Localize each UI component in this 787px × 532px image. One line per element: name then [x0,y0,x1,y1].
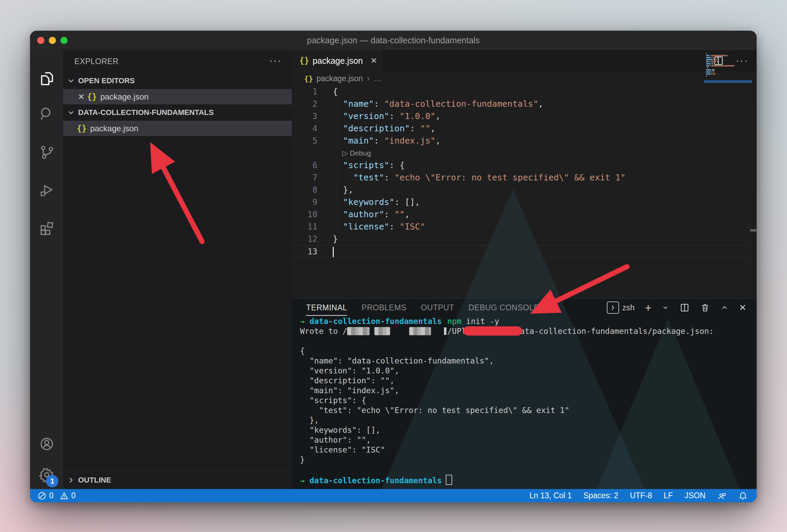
warning-triangle-icon [60,491,69,500]
editor-scrollbar[interactable] [749,86,757,298]
activity-bar-search-icon[interactable] [30,99,63,129]
tab-close-icon[interactable]: ✕ [370,56,377,65]
terminal-dropdown-chevron-icon[interactable] [662,304,669,311]
line-number: 6 [292,159,317,172]
minimap[interactable] [706,53,748,79]
text-cursor [333,247,334,257]
code-line: 4 "description": "", [292,122,750,135]
terminal-cursor [446,475,452,485]
desktop-background: package.json — data-collection-fundament… [0,0,787,532]
feedback-icon[interactable] [717,491,727,501]
line-number: 10 [292,208,317,221]
activity-bar-source-control-icon[interactable] [30,137,63,167]
code-line: 9 "keywords": [], [292,196,750,208]
encoding-status[interactable]: UTF-8 [630,491,652,500]
line-number: 5 [292,135,317,147]
line-number: 9 [292,196,317,208]
error-circle-slash-icon [38,491,46,500]
activity-bar-settings-gear-icon[interactable]: 1 [30,459,63,490]
redacted-block [347,327,370,335]
breadcrumb[interactable]: {} package.json › … [292,71,757,86]
activity-bar-explorer-icon[interactable] [30,63,63,94]
terminal-line: "license": "ISC" [300,445,753,455]
terminal-line: "author": "", [300,435,753,445]
panel-tab-problems[interactable]: PROBLEMS [361,299,406,316]
code-line: 13 [292,245,750,258]
terminal-output[interactable]: → data-collection-fundamentalsnpm init -… [300,316,753,489]
panel-tab-terminal[interactable]: TERMINAL [306,299,347,316]
editor-group: {} package.json ✕ ··· {} package.json › … [292,50,757,298]
close-panel-icon[interactable]: ✕ [739,302,746,313]
outline-section-header[interactable]: OUTLINE [63,471,292,489]
json-file-icon: {} [299,56,309,65]
panel-tab-debug-console[interactable]: DEBUG CONSOLE [469,299,539,316]
terminal-line: "scripts": { [300,396,753,405]
editor-tab-bar: {} package.json ✕ ··· [292,50,757,71]
code-line: 7 "test": "echo \"Error: no test specifi… [292,172,750,184]
code-line: 6 "scripts": { [292,159,750,172]
open-editor-item-package-json[interactable]: ✕ {} package.json [63,89,292,104]
activity-bar-extensions-icon[interactable] [30,212,63,243]
kill-terminal-trash-icon[interactable] [700,302,710,313]
file-item-package-json[interactable]: {} package.json [63,121,292,136]
line-number: 7 [292,172,317,184]
status-bar: 0 0 Ln 13, Col 1 Spaces: 2 UTF-8 LF JSON [30,489,757,502]
chevron-down-icon [67,108,75,117]
terminal-instance-zsh[interactable]: ❯ zsh [607,301,635,314]
terminal-line: "version": "1.0.0", [300,366,753,376]
terminal-line: } [300,455,753,465]
line-number: 12 [292,233,317,245]
code-line: 8 }, [292,184,750,196]
json-file-icon: {} [304,74,313,83]
line-number: 3 [292,110,317,122]
chevron-down-icon [67,76,75,85]
new-terminal-icon[interactable]: + [645,301,652,314]
problems-status[interactable]: 0 0 [38,491,76,500]
notifications-bell-icon[interactable] [738,491,748,501]
split-terminal-icon[interactable] [679,302,690,313]
code-line: 10 "author": "", [292,208,750,221]
terminal-line [300,336,753,346]
bottom-panel: TERMINALPROBLEMSOUTPUTDEBUG CONSOLE ❯ zs… [292,298,757,489]
sidebar-title: EXPLORER [74,50,118,73]
activity-bar-run-debug-icon[interactable] [30,175,63,206]
code-line: 5 "main": "index.js", [292,135,750,147]
code-line: 11 "license": "ISC" [292,221,750,233]
close-editor-icon[interactable]: ✕ [76,92,86,102]
cursor-position-status[interactable]: Ln 13, Col 1 [529,491,572,500]
window-title: package.json — data-collection-fundament… [30,31,757,50]
terminal-line: "description": "", [300,376,753,386]
line-number: 4 [292,122,317,135]
code-line: 2 "name": "data-collection-fundamentals"… [292,98,750,110]
panel-tab-output[interactable]: OUTPUT [421,299,454,316]
code-line: 1{ [292,86,750,98]
terminal-line: "keywords": [], [300,425,753,435]
red-strikethrough-redaction [463,326,522,336]
line-number: 8 [292,184,317,196]
folder-section-header[interactable]: DATA-COLLECTION-FUNDAMENTALS [63,104,292,121]
terminal-line [300,465,753,475]
line-number: 13 [292,246,317,258]
scrollbar-thumb[interactable] [750,229,756,232]
terminal-line: → data-collection-fundamentals [300,475,753,485]
code-line: 3 "version": "1.0.0", [292,110,750,122]
vscode-window: package.json — data-collection-fundament… [30,31,757,502]
explorer-sidebar: EXPLORER ··· OPEN EDITORS ✕ {} package.j… [63,50,292,489]
open-editors-section-header[interactable]: OPEN EDITORS [63,73,292,89]
minimap-current-line [704,80,752,83]
indentation-status[interactable]: Spaces: 2 [583,491,618,500]
terminal-icon: ❯ [607,301,619,314]
language-mode-status[interactable]: JSON [685,491,705,500]
terminal-line: { [300,346,753,356]
panel-actions: ❯ zsh + ✕ [607,299,746,316]
maximize-panel-chevron-icon[interactable] [720,304,729,312]
terminal-line: "test": "echo \"Error: no test specified… [300,405,753,415]
sidebar-more-actions-icon[interactable]: ··· [269,50,282,73]
eol-status[interactable]: LF [664,491,673,500]
tab-package-json[interactable]: {} package.json ✕ [292,50,382,71]
line-number: 1 [292,86,317,98]
codelens-debug[interactable]: ▷ Debug [292,147,750,159]
editor-code-area[interactable]: 1{2 "name": "data-collection-fundamental… [292,86,750,298]
activity-bar-account-icon[interactable] [30,429,63,459]
sidebar-header: EXPLORER ··· [63,50,292,73]
